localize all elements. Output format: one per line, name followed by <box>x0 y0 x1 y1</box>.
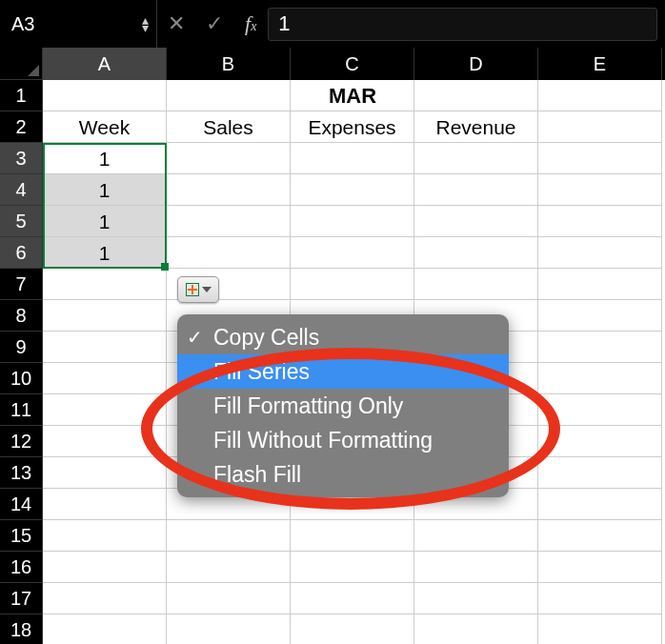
cell[interactable] <box>167 583 291 614</box>
cell[interactable] <box>43 520 167 552</box>
row-header[interactable]: 18 <box>0 614 43 644</box>
cell[interactable] <box>414 552 538 583</box>
row-header[interactable]: 7 <box>0 269 43 300</box>
cell[interactable] <box>43 80 167 111</box>
cell[interactable] <box>167 174 291 206</box>
cell[interactable] <box>167 80 291 111</box>
name-box[interactable]: A3 ▴ ▾ <box>0 0 157 48</box>
menu-item-fill-without-formatting[interactable]: Fill Without Formatting <box>177 423 509 457</box>
cell[interactable]: 1 <box>43 206 167 237</box>
cell[interactable] <box>538 237 662 269</box>
cell[interactable] <box>43 269 167 300</box>
cell[interactable]: 1 <box>43 237 167 269</box>
col-header-b[interactable]: B <box>167 48 291 80</box>
row-header[interactable]: 15 <box>0 520 43 552</box>
cell[interactable] <box>291 614 414 644</box>
row-header[interactable]: 12 <box>0 426 43 457</box>
cell[interactable] <box>414 614 538 644</box>
cell[interactable]: 1 <box>43 143 167 174</box>
col-header-a[interactable]: A <box>43 48 167 80</box>
cell[interactable] <box>291 269 414 300</box>
cell[interactable] <box>538 332 662 363</box>
cell[interactable]: Expenses <box>291 111 414 143</box>
cell[interactable] <box>414 174 538 206</box>
cell[interactable] <box>291 237 414 269</box>
cell[interactable] <box>43 552 167 583</box>
cell[interactable]: Sales <box>167 111 291 143</box>
cell[interactable] <box>538 300 662 332</box>
cell[interactable] <box>167 237 291 269</box>
row-header[interactable]: 13 <box>0 457 43 489</box>
row-header[interactable]: 11 <box>0 394 43 426</box>
formula-input[interactable]: 1 <box>268 8 657 41</box>
row-header[interactable]: 2 <box>0 111 43 143</box>
cell[interactable]: 1 <box>43 174 167 206</box>
cell[interactable] <box>43 363 167 394</box>
row-header[interactable]: 9 <box>0 332 43 363</box>
cell[interactable] <box>538 174 662 206</box>
autofill-options-button[interactable] <box>177 276 219 303</box>
cell[interactable] <box>538 583 662 614</box>
cell[interactable] <box>538 363 662 394</box>
cell[interactable] <box>43 300 167 332</box>
select-all-corner[interactable] <box>0 48 43 80</box>
menu-item-fill-formatting-only[interactable]: Fill Formatting Only <box>177 389 509 423</box>
cell[interactable] <box>538 552 662 583</box>
fx-label[interactable]: fx <box>233 11 268 36</box>
cell[interactable] <box>538 489 662 520</box>
menu-item-flash-fill[interactable]: Flash Fill <box>177 457 509 492</box>
row-header[interactable]: 16 <box>0 552 43 583</box>
row-header[interactable]: 8 <box>0 300 43 332</box>
cell[interactable] <box>414 269 538 300</box>
cell[interactable] <box>538 520 662 552</box>
row-header[interactable]: 17 <box>0 583 43 614</box>
col-header-d[interactable]: D <box>414 48 538 80</box>
name-box-stepper[interactable]: ▴ ▾ <box>142 16 149 31</box>
cell[interactable] <box>43 394 167 426</box>
row-header[interactable]: 14 <box>0 489 43 520</box>
cell[interactable] <box>43 426 167 457</box>
cell[interactable] <box>167 552 291 583</box>
row-header[interactable]: 4 <box>0 174 43 206</box>
cell[interactable] <box>167 206 291 237</box>
row-header[interactable]: 1 <box>0 80 43 111</box>
cell[interactable] <box>414 206 538 237</box>
menu-item-fill-series[interactable]: Fill Series <box>177 354 509 389</box>
cancel-icon[interactable]: ✕ <box>157 0 195 48</box>
cell[interactable] <box>167 520 291 552</box>
col-header-e[interactable]: E <box>538 48 662 80</box>
confirm-icon[interactable]: ✓ <box>195 0 233 48</box>
cell[interactable] <box>414 583 538 614</box>
menu-item-copy-cells[interactable]: Copy Cells <box>177 320 509 354</box>
cell[interactable] <box>538 457 662 489</box>
cell[interactable] <box>167 614 291 644</box>
cell[interactable] <box>291 80 414 111</box>
cell[interactable] <box>414 520 538 552</box>
cell[interactable] <box>291 552 414 583</box>
cell[interactable] <box>538 206 662 237</box>
row-header[interactable]: 10 <box>0 363 43 394</box>
cell[interactable]: Week <box>43 111 167 143</box>
cell[interactable] <box>43 457 167 489</box>
cell[interactable] <box>414 143 538 174</box>
cell[interactable] <box>538 394 662 426</box>
chevron-down-icon[interactable]: ▾ <box>142 24 149 31</box>
col-header-c[interactable]: C <box>291 48 414 80</box>
cell[interactable] <box>291 520 414 552</box>
cell[interactable] <box>291 206 414 237</box>
cell[interactable] <box>538 80 662 111</box>
cell[interactable]: Revenue <box>414 111 538 143</box>
cell[interactable] <box>538 269 662 300</box>
cell[interactable] <box>538 614 662 644</box>
cell[interactable] <box>538 111 662 143</box>
cell[interactable] <box>167 143 291 174</box>
row-header[interactable]: 3 <box>0 143 43 174</box>
cell[interactable] <box>291 174 414 206</box>
cell[interactable] <box>43 489 167 520</box>
row-header[interactable]: 5 <box>0 206 43 237</box>
cell[interactable] <box>538 426 662 457</box>
cell[interactable] <box>538 143 662 174</box>
cell[interactable] <box>414 237 538 269</box>
cell[interactable] <box>291 143 414 174</box>
cell[interactable] <box>43 614 167 644</box>
